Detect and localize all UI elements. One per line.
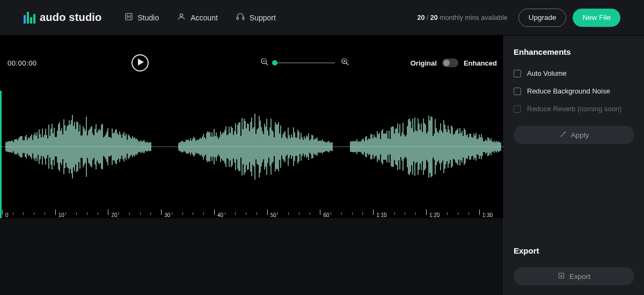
editor-pane: 00:00:00 — [0, 35, 503, 295]
zoom-out-icon — [260, 57, 269, 68]
zoom-controls — [260, 58, 350, 68]
main-area: 00:00:00 — [0, 35, 644, 295]
magic-wand-icon — [559, 131, 567, 140]
ruler-label: 40 — [217, 212, 223, 218]
new-file-button[interactable]: New File — [573, 9, 620, 27]
main-nav: Studio Account Support — [125, 12, 276, 23]
export-title: Export — [514, 246, 634, 255]
svg-line-12 — [346, 63, 348, 65]
support-icon — [236, 12, 245, 23]
svg-point-4 — [180, 14, 183, 17]
ruler-label: 30 — [164, 212, 170, 218]
nav-label: Studio — [138, 13, 159, 22]
opt-label: Auto Volume — [527, 69, 567, 77]
apply-button[interactable]: Apply — [514, 126, 634, 144]
waveform-icon — [0, 91, 503, 210]
svg-rect-6 — [243, 17, 244, 19]
nav-label: Account — [191, 13, 218, 22]
ruler-label: 60 — [323, 212, 329, 218]
opt-reduce-reverb: Reduce Reverb (coming soon) — [514, 105, 634, 113]
controls-row: 00:00:00 — [0, 35, 503, 90]
ruler-label: 0 — [5, 212, 9, 218]
zoom-slider[interactable] — [275, 62, 335, 63]
timecode: 00:00:00 — [8, 59, 37, 67]
ruler-label: 1:10 — [376, 212, 386, 218]
app-header: audo studio Studio Account Support 20 / … — [0, 0, 644, 35]
upgrade-button[interactable]: Upgrade — [518, 9, 567, 27]
ruler-label: 1:30 — [482, 212, 493, 218]
checkbox-icon — [514, 70, 521, 77]
zoom-thumb[interactable] — [272, 60, 277, 66]
logo-text: audo studio — [40, 11, 102, 24]
logo-icon — [24, 12, 35, 24]
enhanced-label: Enhanced — [464, 59, 497, 67]
play-button[interactable] — [131, 54, 149, 71]
play-icon — [137, 59, 144, 67]
zoom-out-button[interactable] — [260, 58, 269, 68]
compare-toggle[interactable] — [442, 59, 458, 67]
ruler-label: 1:20 — [429, 212, 440, 218]
svg-marker-7 — [138, 59, 144, 66]
checkbox-icon — [514, 88, 521, 95]
original-enhanced-toggle: Original Enhanced — [411, 59, 497, 67]
account-icon — [177, 12, 186, 23]
nav-label: Support — [250, 13, 276, 22]
zoom-in-button[interactable] — [340, 58, 350, 68]
opt-reduce-noise[interactable]: Reduce Background Noise — [514, 87, 634, 95]
studio-icon — [125, 12, 133, 23]
enhancements-title: Enhancements — [514, 47, 634, 56]
export-button[interactable]: Export — [514, 267, 634, 285]
ruler-label: 20 — [111, 212, 117, 218]
opt-label: Reduce Reverb (coming soon) — [527, 105, 621, 113]
export-icon — [558, 272, 565, 281]
svg-rect-5 — [237, 17, 238, 19]
apply-label: Apply — [571, 131, 589, 139]
nav-support[interactable]: Support — [236, 12, 276, 23]
enhancement-options: Auto Volume Reduce Background Noise Redu… — [514, 69, 634, 113]
opt-label: Reduce Background Noise — [527, 87, 610, 95]
original-label: Original — [411, 59, 437, 67]
app-logo: audo studio — [24, 11, 102, 24]
svg-line-9 — [266, 63, 268, 65]
checkbox-icon — [514, 105, 521, 113]
toggle-knob — [443, 60, 450, 66]
editor-lower-pane — [0, 218, 503, 295]
quota-text: 20 / 20 monthly mins available — [418, 14, 508, 21]
ruler-label: 10 — [58, 212, 64, 218]
ruler-label: 50 — [270, 212, 276, 218]
waveform-area[interactable]: 01020304050601:101:201:30 — [0, 90, 503, 218]
nav-studio[interactable]: Studio — [125, 12, 159, 23]
time-ruler[interactable]: 01020304050601:101:201:30 — [0, 208, 503, 218]
zoom-in-icon — [341, 57, 349, 68]
export-label: Export — [569, 272, 590, 280]
nav-account[interactable]: Account — [177, 12, 218, 23]
opt-auto-volume[interactable]: Auto Volume — [514, 69, 634, 77]
sidebar: Enhancements Auto Volume Reduce Backgrou… — [503, 35, 644, 295]
